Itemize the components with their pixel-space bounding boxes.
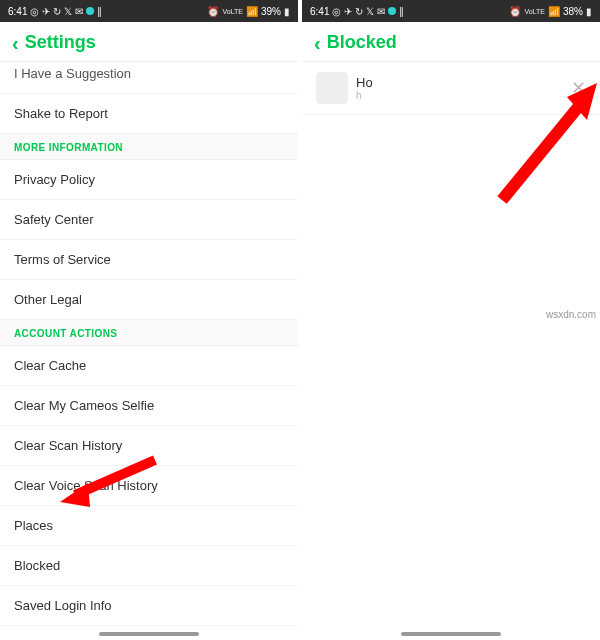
list-item[interactable]: Clear Cache [0, 346, 298, 386]
mail-icon: ✉ [377, 6, 385, 17]
list-item[interactable]: Places [0, 506, 298, 546]
unblock-x-icon[interactable]: ✕ [571, 77, 586, 99]
mail-icon: ✉ [75, 6, 83, 17]
settings-list[interactable]: I Have a Suggestion Shake to Report MORE… [0, 62, 298, 640]
list-item-blocked[interactable]: Blocked [0, 546, 298, 586]
list-item[interactable]: Clear Voice Scan History [0, 466, 298, 506]
status-time: 6:41 [8, 6, 27, 17]
list-item[interactable]: Privacy Policy [0, 160, 298, 200]
battery-percent: 38% [563, 6, 583, 17]
battery-percent: 39% [261, 6, 281, 17]
user-info: Ho h [356, 75, 571, 101]
twitter-icon: 𝕏 [366, 6, 374, 17]
list-item[interactable]: I Have a Suggestion [0, 62, 298, 94]
section-header: ACCOUNT ACTIONS [0, 320, 298, 346]
telegram-icon: ✈ [42, 6, 50, 17]
home-indicator[interactable] [401, 632, 501, 636]
telegram-icon: ✈ [344, 6, 352, 17]
notification-dot-icon [388, 7, 396, 15]
back-chevron-icon[interactable]: ‹ [314, 33, 321, 53]
blocked-user-name: Ho [356, 75, 571, 90]
blocked-user-handle: h [356, 90, 571, 101]
blocked-screen: 6:41 ◎ ✈ ↻ 𝕏 ✉ ‖ ⏰ VoLTE 📶 38% ▮ ‹ Block… [302, 0, 600, 640]
status-bar: 6:41 ◎ ✈ ↻ 𝕏 ✉ ‖ ⏰ VoLTE 📶 38% ▮ [302, 0, 600, 22]
avatar [316, 72, 348, 104]
status-time: 6:41 [310, 6, 329, 17]
signal-icon: 📶 [548, 6, 560, 17]
notification-dot-icon [86, 7, 94, 15]
page-title: Settings [25, 32, 96, 53]
blocked-header: ‹ Blocked [302, 22, 600, 62]
status-bar: 6:41 ◎ ✈ ↻ 𝕏 ✉ ‖ ⏰ VoLTE 📶 39% ▮ [0, 0, 298, 22]
volte-icon: VoLTE [222, 8, 243, 15]
refresh-icon: ↻ [355, 6, 363, 17]
whatsapp-icon: ◎ [332, 6, 341, 17]
home-indicator[interactable] [99, 632, 199, 636]
alarm-icon: ⏰ [509, 6, 521, 17]
back-chevron-icon[interactable]: ‹ [12, 33, 19, 53]
twitter-icon: 𝕏 [64, 6, 72, 17]
list-item[interactable]: Terms of Service [0, 240, 298, 280]
list-item[interactable]: Saved Login Info [0, 586, 298, 626]
list-item[interactable]: Clear My Cameos Selfie [0, 386, 298, 426]
refresh-icon: ↻ [53, 6, 61, 17]
pause-icon: ‖ [399, 6, 404, 17]
list-item[interactable]: Safety Center [0, 200, 298, 240]
section-header: MORE INFORMATION [0, 134, 298, 160]
settings-screen: 6:41 ◎ ✈ ↻ 𝕏 ✉ ‖ ⏰ VoLTE 📶 39% ▮ ‹ Setti… [0, 0, 298, 640]
whatsapp-icon: ◎ [30, 6, 39, 17]
pause-icon: ‖ [97, 6, 102, 17]
alarm-icon: ⏰ [207, 6, 219, 17]
battery-icon: ▮ [284, 6, 290, 17]
list-item[interactable]: Shake to Report [0, 94, 298, 134]
settings-header: ‹ Settings [0, 22, 298, 62]
signal-icon: 📶 [246, 6, 258, 17]
list-item[interactable]: Other Legal [0, 280, 298, 320]
list-item[interactable]: Clear Scan History [0, 426, 298, 466]
blocked-user-row[interactable]: Ho h ✕ [302, 62, 600, 115]
volte-icon: VoLTE [524, 8, 545, 15]
watermark: wsxdn.com [546, 309, 596, 320]
battery-icon: ▮ [586, 6, 592, 17]
page-title: Blocked [327, 32, 397, 53]
